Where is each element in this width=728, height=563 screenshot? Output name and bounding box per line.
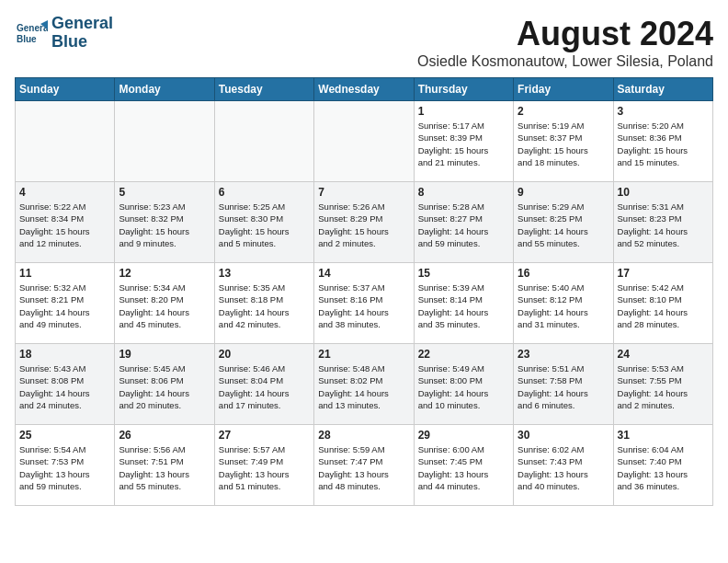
day-number: 1 — [418, 105, 509, 118]
day-info: Sunrise: 5:31 AM Sunset: 8:23 PM Dayligh… — [618, 201, 709, 249]
day-number: 16 — [518, 267, 609, 280]
month-title: August 2024 — [417, 15, 713, 53]
day-info: Sunrise: 5:45 AM Sunset: 8:06 PM Dayligh… — [119, 362, 210, 411]
day-number: 26 — [119, 429, 210, 442]
logo: General Blue General Blue — [15, 15, 113, 52]
day-info: Sunrise: 5:48 AM Sunset: 8:02 PM Dayligh… — [318, 362, 409, 411]
calendar-cell: 25Sunrise: 5:54 AM Sunset: 7:53 PM Dayli… — [16, 425, 115, 506]
day-info: Sunrise: 6:00 AM Sunset: 7:45 PM Dayligh… — [418, 443, 509, 492]
day-info: Sunrise: 5:35 AM Sunset: 8:18 PM Dayligh… — [219, 282, 310, 330]
day-number: 6 — [219, 186, 310, 199]
day-info: Sunrise: 5:39 AM Sunset: 8:14 PM Dayligh… — [418, 282, 509, 330]
day-number: 11 — [19, 267, 110, 280]
calendar-cell: 18Sunrise: 5:43 AM Sunset: 8:08 PM Dayli… — [16, 344, 115, 425]
title-area: August 2024 Osiedle Kosmonautow, Lower S… — [417, 15, 713, 70]
calendar-cell: 30Sunrise: 6:02 AM Sunset: 7:43 PM Dayli… — [514, 425, 613, 506]
logo-icon: General Blue — [15, 17, 48, 50]
day-number: 20 — [219, 348, 310, 361]
weekday-header: Saturday — [613, 78, 712, 101]
day-info: Sunrise: 5:34 AM Sunset: 8:20 PM Dayligh… — [119, 282, 210, 330]
day-info: Sunrise: 6:04 AM Sunset: 7:40 PM Dayligh… — [618, 443, 709, 492]
calendar-cell: 5Sunrise: 5:23 AM Sunset: 8:32 PM Daylig… — [115, 182, 214, 263]
day-number: 4 — [19, 186, 110, 199]
day-number: 3 — [618, 105, 709, 118]
header: General Blue General Blue August 2024 Os… — [15, 15, 713, 70]
day-info: Sunrise: 5:26 AM Sunset: 8:29 PM Dayligh… — [318, 201, 409, 249]
day-info: Sunrise: 5:19 AM Sunset: 8:37 PM Dayligh… — [518, 120, 609, 168]
day-number: 17 — [618, 267, 709, 280]
calendar-week-row: 25Sunrise: 5:54 AM Sunset: 7:53 PM Dayli… — [16, 425, 713, 506]
day-info: Sunrise: 5:54 AM Sunset: 7:53 PM Dayligh… — [19, 443, 110, 492]
day-number: 25 — [19, 429, 110, 442]
day-number: 14 — [318, 267, 409, 280]
day-info: Sunrise: 5:20 AM Sunset: 8:36 PM Dayligh… — [618, 120, 709, 168]
weekday-header: Wednesday — [314, 78, 414, 101]
calendar-week-row: 4Sunrise: 5:22 AM Sunset: 8:34 PM Daylig… — [16, 182, 713, 263]
day-info: Sunrise: 5:59 AM Sunset: 7:47 PM Dayligh… — [318, 443, 409, 492]
day-info: Sunrise: 5:23 AM Sunset: 8:32 PM Dayligh… — [119, 201, 210, 249]
day-number: 13 — [219, 267, 310, 280]
day-info: Sunrise: 5:40 AM Sunset: 8:12 PM Dayligh… — [518, 282, 609, 330]
calendar-cell: 24Sunrise: 5:53 AM Sunset: 7:55 PM Dayli… — [613, 344, 712, 425]
day-info: Sunrise: 5:49 AM Sunset: 8:00 PM Dayligh… — [418, 362, 509, 411]
calendar-cell: 13Sunrise: 5:35 AM Sunset: 8:18 PM Dayli… — [214, 263, 313, 344]
day-info: Sunrise: 5:37 AM Sunset: 8:16 PM Dayligh… — [318, 282, 409, 330]
calendar-cell: 14Sunrise: 5:37 AM Sunset: 8:16 PM Dayli… — [314, 263, 414, 344]
calendar-cell: 29Sunrise: 6:00 AM Sunset: 7:45 PM Dayli… — [414, 425, 513, 506]
calendar-week-row: 1Sunrise: 5:17 AM Sunset: 8:39 PM Daylig… — [16, 101, 713, 182]
calendar-cell: 11Sunrise: 5:32 AM Sunset: 8:21 PM Dayli… — [16, 263, 115, 344]
day-number: 19 — [119, 348, 210, 361]
day-info: Sunrise: 6:02 AM Sunset: 7:43 PM Dayligh… — [518, 443, 609, 492]
calendar-week-row: 11Sunrise: 5:32 AM Sunset: 8:21 PM Dayli… — [16, 263, 713, 344]
calendar-cell: 3Sunrise: 5:20 AM Sunset: 8:36 PM Daylig… — [613, 101, 712, 182]
day-number: 22 — [418, 348, 509, 361]
calendar-cell: 27Sunrise: 5:57 AM Sunset: 7:49 PM Dayli… — [214, 425, 313, 506]
calendar-cell: 26Sunrise: 5:56 AM Sunset: 7:51 PM Dayli… — [115, 425, 214, 506]
calendar-table: SundayMondayTuesdayWednesdayThursdayFrid… — [15, 77, 713, 506]
calendar-cell — [314, 101, 414, 182]
day-number: 31 — [618, 429, 709, 442]
calendar-cell: 12Sunrise: 5:34 AM Sunset: 8:20 PM Dayli… — [115, 263, 214, 344]
calendar-cell: 8Sunrise: 5:28 AM Sunset: 8:27 PM Daylig… — [414, 182, 513, 263]
calendar-cell: 20Sunrise: 5:46 AM Sunset: 8:04 PM Dayli… — [214, 344, 313, 425]
calendar-header-row: SundayMondayTuesdayWednesdayThursdayFrid… — [16, 78, 713, 101]
calendar-cell: 1Sunrise: 5:17 AM Sunset: 8:39 PM Daylig… — [414, 101, 513, 182]
day-number: 2 — [518, 105, 609, 118]
calendar-cell: 28Sunrise: 5:59 AM Sunset: 7:47 PM Dayli… — [314, 425, 414, 506]
day-info: Sunrise: 5:42 AM Sunset: 8:10 PM Dayligh… — [618, 282, 709, 330]
day-number: 9 — [518, 186, 609, 199]
calendar-cell: 17Sunrise: 5:42 AM Sunset: 8:10 PM Dayli… — [613, 263, 712, 344]
day-info: Sunrise: 5:29 AM Sunset: 8:25 PM Dayligh… — [518, 201, 609, 249]
day-number: 30 — [518, 429, 609, 442]
calendar-cell: 23Sunrise: 5:51 AM Sunset: 7:58 PM Dayli… — [514, 344, 613, 425]
weekday-header: Friday — [514, 78, 613, 101]
calendar-cell: 7Sunrise: 5:26 AM Sunset: 8:29 PM Daylig… — [314, 182, 414, 263]
day-number: 10 — [618, 186, 709, 199]
day-info: Sunrise: 5:57 AM Sunset: 7:49 PM Dayligh… — [219, 443, 310, 492]
calendar-cell: 2Sunrise: 5:19 AM Sunset: 8:37 PM Daylig… — [514, 101, 613, 182]
day-number: 23 — [518, 348, 609, 361]
day-info: Sunrise: 5:22 AM Sunset: 8:34 PM Dayligh… — [19, 201, 110, 249]
weekday-header: Sunday — [16, 78, 115, 101]
day-number: 21 — [318, 348, 409, 361]
calendar-cell: 6Sunrise: 5:25 AM Sunset: 8:30 PM Daylig… — [214, 182, 313, 263]
day-number: 7 — [318, 186, 409, 199]
weekday-header: Thursday — [414, 78, 513, 101]
weekday-header: Tuesday — [214, 78, 313, 101]
day-info: Sunrise: 5:53 AM Sunset: 7:55 PM Dayligh… — [618, 362, 709, 411]
calendar-cell: 9Sunrise: 5:29 AM Sunset: 8:25 PM Daylig… — [514, 182, 613, 263]
calendar-cell: 4Sunrise: 5:22 AM Sunset: 8:34 PM Daylig… — [16, 182, 115, 263]
day-info: Sunrise: 5:43 AM Sunset: 8:08 PM Dayligh… — [19, 362, 110, 411]
day-info: Sunrise: 5:28 AM Sunset: 8:27 PM Dayligh… — [418, 201, 509, 249]
calendar-cell: 31Sunrise: 6:04 AM Sunset: 7:40 PM Dayli… — [613, 425, 712, 506]
day-number: 18 — [19, 348, 110, 361]
svg-rect-0 — [15, 17, 48, 50]
day-info: Sunrise: 5:32 AM Sunset: 8:21 PM Dayligh… — [19, 282, 110, 330]
day-number: 12 — [119, 267, 210, 280]
calendar-cell — [214, 101, 313, 182]
day-info: Sunrise: 5:51 AM Sunset: 7:58 PM Dayligh… — [518, 362, 609, 411]
day-number: 8 — [418, 186, 509, 199]
day-number: 28 — [318, 429, 409, 442]
day-info: Sunrise: 5:25 AM Sunset: 8:30 PM Dayligh… — [219, 201, 310, 249]
calendar-cell: 15Sunrise: 5:39 AM Sunset: 8:14 PM Dayli… — [414, 263, 513, 344]
